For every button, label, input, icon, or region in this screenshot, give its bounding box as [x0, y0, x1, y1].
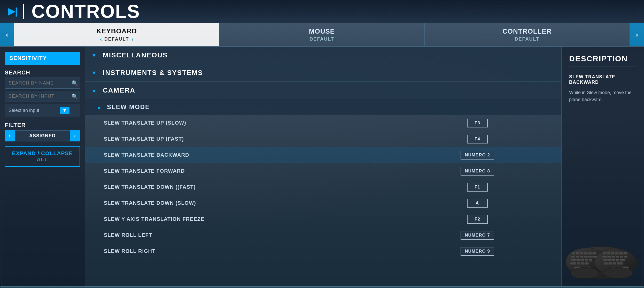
filter-next-button[interactable]: ›: [70, 130, 80, 141]
search-by-name-input[interactable]: [5, 78, 80, 89]
expand-collapse-button[interactable]: EXPAND / COLLAPSE ALL: [5, 146, 80, 167]
control-name-slew-y-freeze: SLEW Y AXIS TRANSLATION FREEZE: [85, 216, 445, 222]
key-badge-slew-up-slow: F3: [467, 119, 488, 127]
tab-nav-right-button[interactable]: ›: [630, 23, 644, 46]
control-key-slew-down-fast: F1: [445, 181, 510, 194]
control-key-slew-forward: NUMERO 8: [445, 165, 510, 178]
control-row-slew-roll-left[interactable]: SLEW ROLL LEFT NUMERO 7: [85, 227, 561, 243]
control-row-slew-up-fast[interactable]: SLEW TRANSLATE UP (FAST) F4: [85, 131, 561, 147]
control-row-slew-backward[interactable]: SLEW TRANSLATE BACKWARD NUMERO 2: [85, 147, 561, 163]
header-arrow-icon: ▶|: [8, 7, 18, 16]
key-badge-slew-down-fast: F1: [467, 183, 488, 192]
svg-rect-42: [604, 262, 608, 265]
svg-rect-4: [576, 252, 579, 255]
tab-mouse-label: MOUSE: [309, 27, 335, 35]
control-name-slew-backward: SLEW TRANSLATE BACKWARD: [85, 152, 445, 158]
header-divider: [23, 4, 24, 19]
svg-rect-40: [616, 259, 619, 262]
subsection-slew-mode-header[interactable]: ▴ SLEW MODE: [85, 99, 561, 115]
slew-mode-toggle-icon: ▴: [98, 104, 103, 110]
description-item-text: While in Slew mode, move the plane backw…: [569, 89, 637, 103]
svg-rect-29: [619, 252, 623, 255]
control-key-slew-up-slow: F3: [445, 117, 510, 130]
control-row-slew-y-freeze[interactable]: SLEW Y AXIS TRANSLATION FREEZE F2: [85, 211, 561, 227]
tabs-container: KEYBOARD ‹ DEFAULT › MOUSE DEFAULT CONTR…: [14, 23, 630, 46]
svg-rect-13: [588, 256, 592, 258]
sensitivity-button[interactable]: SENSITIVITY: [5, 52, 80, 65]
svg-rect-25: [603, 252, 606, 255]
tab-controller-label: CONTROLLER: [502, 27, 552, 35]
tab-keyboard[interactable]: KEYBOARD ‹ DEFAULT ›: [14, 23, 219, 46]
svg-rect-43: [608, 262, 612, 265]
instruments-title: INSTRUMENTS & SYSTEMS: [103, 69, 203, 77]
svg-rect-32: [607, 256, 611, 258]
select-input-dropdown[interactable]: Select an input ▼: [5, 104, 80, 117]
tab-nav-left-button[interactable]: ‹: [0, 23, 14, 46]
svg-rect-31: [602, 256, 607, 258]
tab-mouse-sub-label: DEFAULT: [309, 36, 334, 42]
svg-rect-15: [571, 259, 576, 262]
control-row-slew-down-fast[interactable]: SLEW TRANSLATE DOWN ((FAST) F1: [85, 179, 561, 195]
svg-rect-28: [615, 252, 619, 255]
tab-bar: ‹ KEYBOARD ‹ DEFAULT › MOUSE DEFAULT CON…: [0, 23, 644, 47]
svg-rect-11: [580, 256, 584, 258]
search-by-input-input[interactable]: [5, 91, 80, 102]
filter-label: FILTER: [5, 122, 80, 128]
svg-rect-44: [612, 262, 616, 265]
svg-rect-22: [581, 262, 585, 265]
control-row-slew-forward[interactable]: SLEW TRANSLATE FORWARD NUMERO 8: [85, 163, 561, 179]
description-item-title: SLEW TRANSLATE BACKWARD: [569, 74, 637, 85]
tab-mouse[interactable]: MOUSE DEFAULT: [219, 23, 424, 46]
tab-mouse-sub: DEFAULT: [309, 36, 334, 42]
key-badge-slew-roll-right: NUMERO 9: [461, 247, 494, 256]
control-key-slew-y-freeze: F2: [445, 213, 510, 226]
key-badge-slew-down-slow: a: [467, 199, 488, 208]
control-row-slew-down-slow[interactable]: SLEW TRANSLATE DOWN (SLOW) a: [85, 195, 561, 211]
svg-rect-41: [620, 259, 625, 262]
tab-keyboard-left-arrow[interactable]: ‹: [100, 36, 102, 42]
search-name-icon[interactable]: 🔍: [72, 80, 78, 86]
camera-toggle-icon: ▴: [92, 87, 99, 94]
tab-controller-sub: DEFAULT: [515, 36, 539, 42]
key-badge-slew-forward: NUMERO 8: [461, 167, 494, 176]
search-input-icon[interactable]: 🔍: [72, 93, 78, 100]
svg-rect-37: [603, 259, 607, 262]
header: ▶| CONTROLS: [0, 0, 644, 23]
svg-rect-38: [607, 259, 611, 262]
tab-keyboard-label: KEYBOARD: [96, 27, 137, 35]
svg-rect-3: [572, 252, 575, 255]
search-label: SEARCH: [5, 69, 80, 76]
svg-point-47: [570, 267, 599, 279]
controls-content[interactable]: ▾ MISCELLANEOUS ▾ INSTRUMENTS & SYSTEMS …: [85, 47, 561, 286]
filter-prev-button[interactable]: ‹: [5, 130, 15, 141]
svg-rect-21: [577, 262, 580, 265]
svg-rect-27: [611, 252, 615, 255]
control-row-slew-roll-right[interactable]: SLEW ROLL RIGHT NUMERO 9: [85, 243, 561, 259]
tab-controller[interactable]: CONTROLLER DEFAULT: [425, 23, 630, 46]
control-row-slew-up-slow[interactable]: SLEW TRANSLATE UP (SLOW) F3: [85, 115, 561, 131]
svg-rect-45: [617, 262, 623, 265]
tab-keyboard-right-arrow[interactable]: ›: [132, 36, 134, 42]
section-instruments-header[interactable]: ▾ INSTRUMENTS & SYSTEMS: [85, 64, 561, 82]
svg-rect-20: [570, 262, 576, 265]
svg-rect-9: [571, 256, 575, 258]
tab-keyboard-sub: ‹ DEFAULT ›: [100, 36, 133, 42]
control-key-slew-backward: NUMERO 2: [445, 149, 510, 162]
svg-rect-12: [584, 256, 588, 258]
svg-rect-30: [623, 252, 627, 255]
filter-row: ‹ ASSIGNED ›: [5, 130, 80, 141]
svg-rect-26: [607, 252, 610, 255]
svg-rect-10: [576, 256, 579, 258]
svg-rect-23: [585, 262, 589, 265]
svg-rect-36: [624, 256, 627, 258]
select-arrow-icon: ▼: [60, 107, 69, 114]
section-camera-header[interactable]: ▴ CAMERA: [85, 82, 561, 99]
control-name-slew-roll-left: SLEW ROLL LEFT: [85, 232, 445, 238]
description-heading: DESCRIPTION: [569, 54, 637, 66]
instruments-toggle-icon: ▾: [92, 70, 99, 76]
description-panel: DESCRIPTION SLEW TRANSLATE BACKWARD Whil…: [561, 47, 644, 286]
keyboard-image: [564, 239, 639, 281]
chevron-right-icon: ›: [636, 31, 638, 39]
section-miscellaneous-header[interactable]: ▾ MISCELLANEOUS: [85, 47, 561, 64]
control-name-slew-down-fast: SLEW TRANSLATE DOWN ((FAST): [85, 184, 445, 190]
